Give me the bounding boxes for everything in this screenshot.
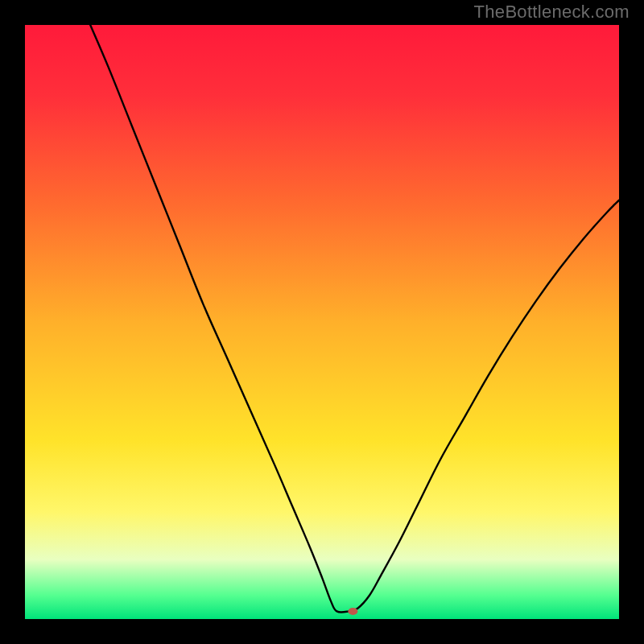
gradient-background [25,25,619,619]
bottleneck-chart [25,25,619,619]
watermark-text: TheBottleneck.com [474,2,630,23]
plot-area [25,25,619,619]
optimum-marker [348,608,357,615]
chart-frame: TheBottleneck.com [0,0,644,644]
